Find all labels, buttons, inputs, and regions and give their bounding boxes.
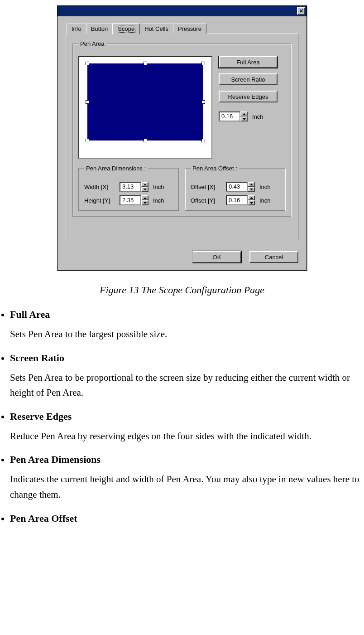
tab-scope[interactable]: Scope — [112, 23, 140, 34]
spin-up-icon[interactable] — [248, 195, 255, 200]
term-reserve-edges: Reserve Edges — [10, 411, 364, 422]
reserve-unit-label: Inch — [252, 113, 263, 120]
spin-up-icon[interactable] — [248, 182, 255, 187]
offset-x-stepper[interactable]: 0.43 — [226, 182, 255, 192]
resize-handle-icon[interactable] — [201, 62, 205, 65]
width-unit-label: Inch — [153, 184, 164, 190]
resize-handle-icon[interactable] — [86, 62, 89, 65]
list-item: Full Area Sets Pen Area to the largest p… — [10, 309, 364, 342]
desc-reserve-edges: Reduce Pen Area by reserving edges on th… — [10, 429, 364, 444]
list-item: Reserve Edges Reduce Pen Area by reservi… — [10, 411, 364, 444]
figure-caption: Figure 13 The Scope Configuration Page — [0, 284, 364, 296]
svg-marker-1 — [243, 118, 246, 120]
spin-down-icon[interactable] — [240, 116, 248, 121]
svg-marker-3 — [144, 189, 147, 190]
desc-screen-ratio: Sets Pen Area to be proportional to the … — [10, 370, 364, 401]
offset-legend: Pen Area Offset : — [191, 165, 239, 172]
desc-pen-area-dimensions: Indicates the current height and width o… — [10, 472, 364, 502]
offset-y-unit-label: Inch — [259, 197, 271, 204]
svg-marker-4 — [144, 197, 147, 199]
list-item: Screen Ratio Sets Pen Area to be proport… — [10, 352, 364, 401]
height-input[interactable]: 2.35 — [120, 195, 141, 205]
term-full-area: Full Area — [10, 309, 364, 320]
list-item: Pen Area Dimensions Indicates the curren… — [10, 454, 364, 502]
title-bar: ✕ — [57, 6, 307, 16]
svg-marker-5 — [144, 202, 147, 204]
reserve-value-input[interactable]: 0.16 — [219, 111, 240, 121]
tab-info[interactable]: Info — [67, 24, 86, 34]
resize-handle-icon[interactable] — [201, 100, 205, 104]
height-label: Height [Y] — [84, 197, 117, 204]
pen-area-offset-group: Pen Area Offset : Offset [X] 0.43 Inch — [185, 165, 286, 211]
svg-marker-8 — [250, 197, 253, 199]
desc-full-area: Sets Pen Area to the largest possible si… — [10, 327, 364, 342]
term-pen-area-offset: Pen Area Offset — [10, 513, 364, 524]
spin-down-icon[interactable] — [248, 187, 255, 192]
pen-area-legend: Pen Area — [78, 40, 106, 47]
spin-up-icon[interactable] — [141, 195, 148, 200]
tab-button[interactable]: Button — [86, 24, 113, 34]
screen-ratio-button[interactable]: Screen Ratio — [219, 73, 278, 85]
svg-marker-7 — [250, 189, 253, 190]
dimensions-legend: Pen Area Dimensions : — [84, 165, 148, 172]
term-screen-ratio: Screen Ratio — [10, 352, 364, 364]
svg-marker-9 — [250, 202, 253, 204]
tab-hot-cells[interactable]: Hot Cells — [139, 24, 173, 34]
resize-handle-icon[interactable] — [201, 139, 205, 142]
offset-y-input[interactable]: 0.16 — [226, 195, 248, 205]
offset-x-unit-label: Inch — [259, 184, 271, 190]
resize-handle-icon[interactable] — [144, 62, 147, 65]
spin-down-icon[interactable] — [141, 187, 148, 192]
reserve-edges-button[interactable]: Reserve Edges — [219, 91, 278, 102]
offset-y-label: Offset [Y] — [191, 197, 223, 204]
reserve-value-stepper[interactable]: 0.16 — [219, 111, 248, 121]
resize-handle-icon[interactable] — [86, 139, 89, 142]
pen-area-rect[interactable] — [87, 63, 203, 141]
resize-handle-icon[interactable] — [144, 139, 147, 142]
width-input[interactable]: 3.13 — [120, 182, 141, 192]
height-stepper[interactable]: 2.35 — [120, 195, 148, 205]
height-unit-label: Inch — [153, 197, 164, 204]
description-list: Full Area Sets Pen Area to the largest p… — [0, 309, 364, 524]
spin-down-icon[interactable] — [248, 200, 255, 205]
pen-area-canvas[interactable] — [78, 56, 212, 159]
svg-marker-0 — [243, 113, 246, 115]
tab-pressure[interactable]: Pressure — [173, 24, 206, 34]
resize-handle-icon[interactable] — [86, 100, 89, 104]
spin-down-icon[interactable] — [141, 200, 148, 205]
cancel-button[interactable]: Cancel — [249, 251, 298, 263]
width-label: Width [X] — [84, 184, 117, 190]
offset-y-stepper[interactable]: 0.16 — [226, 195, 255, 205]
pen-area-dimensions-group: Pen Area Dimensions : Width [X] 3.13 Inc… — [78, 165, 179, 211]
full-area-button[interactable]: Full Area — [219, 56, 278, 68]
list-item: Pen Area Offset — [10, 513, 364, 524]
svg-marker-6 — [250, 184, 253, 185]
tab-panel-scope: Pen Area — [66, 34, 298, 240]
scope-config-dialog: ✕ Info Button Scope Hot Cells Pressure P… — [57, 5, 307, 271]
close-icon[interactable]: ✕ — [297, 7, 305, 15]
spin-up-icon[interactable] — [141, 182, 148, 187]
pen-area-group: Pen Area — [72, 40, 292, 217]
svg-marker-2 — [144, 184, 147, 185]
spin-up-icon[interactable] — [240, 111, 248, 116]
width-stepper[interactable]: 3.13 — [120, 182, 148, 192]
offset-x-input[interactable]: 0.43 — [226, 182, 248, 192]
tab-strip: Info Button Scope Hot Cells Pressure — [66, 23, 298, 34]
term-pen-area-dimensions: Pen Area Dimensions — [10, 454, 364, 465]
ok-button[interactable]: OK — [192, 251, 241, 263]
offset-x-label: Offset [X] — [191, 184, 223, 190]
